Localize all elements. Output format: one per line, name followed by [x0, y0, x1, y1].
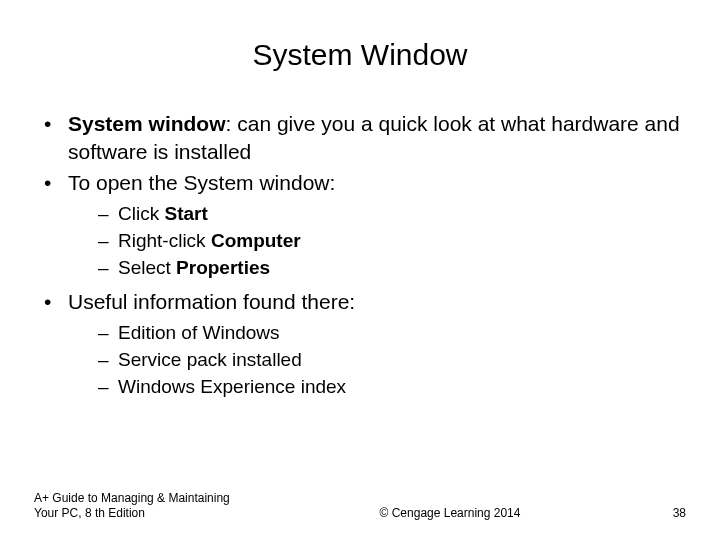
- bullet-text: Useful information found there:: [68, 290, 355, 313]
- bullet-text: To open the System window:: [68, 171, 335, 194]
- page-number: 38: [646, 506, 686, 522]
- footer-left-text: A+ Guide to Managing & Maintaining Your …: [34, 491, 254, 522]
- sub-bullet-item: Click Start: [98, 201, 686, 226]
- footer-copyright: © Cengage Learning 2014: [254, 506, 646, 522]
- sub-bullet-bold-text: Properties: [176, 257, 270, 278]
- sub-bullet-text: Edition of Windows: [118, 322, 280, 343]
- sub-bullet-item: Right-click Computer: [98, 228, 686, 253]
- slide: System Window System window: can give yo…: [0, 0, 720, 540]
- sub-bullet-text: Service pack installed: [118, 349, 302, 370]
- sub-bullet-list: Click Start Right-click Computer Select …: [68, 201, 686, 280]
- sub-bullet-item: Select Properties: [98, 255, 686, 280]
- bullet-item: Useful information found there: Edition …: [44, 288, 686, 399]
- sub-bullet-text: Click: [118, 203, 164, 224]
- bullet-bold-text: System window: [68, 112, 226, 135]
- sub-bullet-bold-text: Start: [164, 203, 207, 224]
- slide-footer: A+ Guide to Managing & Maintaining Your …: [34, 491, 686, 522]
- sub-bullet-list: Edition of Windows Service pack installe…: [68, 320, 686, 399]
- slide-title: System Window: [34, 38, 686, 72]
- sub-bullet-text: Right-click: [118, 230, 211, 251]
- bullet-item: To open the System window: Click Start R…: [44, 169, 686, 280]
- sub-bullet-bold-text: Computer: [211, 230, 301, 251]
- sub-bullet-item: Windows Experience index: [98, 374, 686, 399]
- sub-bullet-text: Windows Experience index: [118, 376, 346, 397]
- sub-bullet-item: Service pack installed: [98, 347, 686, 372]
- bullet-item: System window: can give you a quick look…: [44, 110, 686, 165]
- sub-bullet-item: Edition of Windows: [98, 320, 686, 345]
- sub-bullet-text: Select: [118, 257, 176, 278]
- bullet-list: System window: can give you a quick look…: [34, 110, 686, 399]
